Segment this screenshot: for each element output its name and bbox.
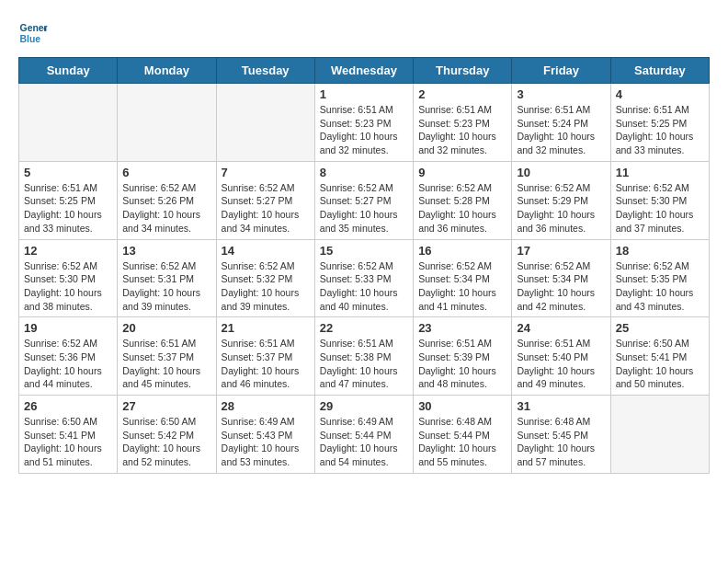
calendar-cell: 25Sunrise: 6:50 AMSunset: 5:41 PMDayligh… (610, 317, 709, 396)
calendar-cell (216, 84, 314, 162)
day-number: 18 (616, 244, 704, 258)
calendar-cell: 10Sunrise: 6:52 AMSunset: 5:29 PMDayligh… (512, 161, 610, 239)
svg-text:General: General (20, 23, 48, 33)
day-info: Sunrise: 6:51 AMSunset: 5:40 PMDaylight:… (517, 337, 605, 391)
day-number: 21 (222, 321, 310, 335)
calendar-cell: 3Sunrise: 6:51 AMSunset: 5:24 PMDaylight… (512, 84, 610, 162)
calendar-cell: 22Sunrise: 6:51 AMSunset: 5:38 PMDayligh… (314, 317, 413, 396)
day-number: 8 (320, 166, 408, 179)
calendar-cell: 7Sunrise: 6:52 AMSunset: 5:27 PMDaylight… (216, 161, 314, 239)
day-number: 25 (616, 321, 704, 335)
calendar-cell: 18Sunrise: 6:52 AMSunset: 5:35 PMDayligh… (610, 239, 709, 317)
calendar-cell: 16Sunrise: 6:52 AMSunset: 5:34 PMDayligh… (414, 239, 512, 317)
calendar-cell: 27Sunrise: 6:50 AMSunset: 5:42 PMDayligh… (118, 396, 216, 474)
weekday-header-wednesday: Wednesday (314, 58, 413, 84)
calendar-week-2: 5Sunrise: 6:51 AMSunset: 5:25 PMDaylight… (19, 161, 710, 239)
calendar-cell: 2Sunrise: 6:51 AMSunset: 5:23 PMDaylight… (414, 84, 512, 162)
weekday-header-saturday: Saturday (610, 58, 709, 84)
day-number: 24 (517, 321, 605, 335)
day-info: Sunrise: 6:51 AMSunset: 5:23 PMDaylight:… (418, 103, 506, 157)
calendar-cell: 21Sunrise: 6:51 AMSunset: 5:37 PMDayligh… (216, 317, 314, 396)
day-info: Sunrise: 6:52 AMSunset: 5:27 PMDaylight:… (222, 181, 310, 236)
weekday-header-sunday: Sunday (19, 58, 118, 84)
calendar-cell: 29Sunrise: 6:49 AMSunset: 5:44 PMDayligh… (314, 396, 413, 474)
svg-text:Blue: Blue (20, 34, 41, 44)
day-info: Sunrise: 6:52 AMSunset: 5:30 PMDaylight:… (616, 181, 704, 236)
weekday-header-row: SundayMondayTuesdayWednesdayThursdayFrid… (19, 58, 710, 84)
day-info: Sunrise: 6:52 AMSunset: 5:35 PMDaylight:… (616, 259, 704, 314)
day-info: Sunrise: 6:51 AMSunset: 5:25 PMDaylight:… (616, 103, 704, 157)
day-number: 13 (122, 244, 210, 258)
day-info: Sunrise: 6:51 AMSunset: 5:38 PMDaylight:… (320, 337, 408, 391)
day-info: Sunrise: 6:49 AMSunset: 5:44 PMDaylight:… (320, 415, 408, 469)
calendar-cell (19, 84, 118, 162)
day-info: Sunrise: 6:52 AMSunset: 5:34 PMDaylight:… (418, 259, 506, 314)
day-info: Sunrise: 6:52 AMSunset: 5:26 PMDaylight:… (122, 181, 210, 236)
calendar-cell: 30Sunrise: 6:48 AMSunset: 5:44 PMDayligh… (414, 396, 512, 474)
day-info: Sunrise: 6:51 AMSunset: 5:25 PMDaylight:… (24, 181, 112, 236)
day-info: Sunrise: 6:50 AMSunset: 5:41 PMDaylight:… (24, 415, 112, 469)
calendar-cell: 5Sunrise: 6:51 AMSunset: 5:25 PMDaylight… (19, 161, 118, 239)
calendar-cell: 14Sunrise: 6:52 AMSunset: 5:32 PMDayligh… (216, 239, 314, 317)
calendar-cell: 15Sunrise: 6:52 AMSunset: 5:33 PMDayligh… (314, 239, 413, 317)
calendar-cell: 28Sunrise: 6:49 AMSunset: 5:43 PMDayligh… (216, 396, 314, 474)
day-info: Sunrise: 6:51 AMSunset: 5:37 PMDaylight:… (122, 337, 210, 391)
calendar-cell: 26Sunrise: 6:50 AMSunset: 5:41 PMDayligh… (19, 396, 118, 474)
day-info: Sunrise: 6:52 AMSunset: 5:34 PMDaylight:… (517, 259, 605, 314)
calendar-cell: 24Sunrise: 6:51 AMSunset: 5:40 PMDayligh… (512, 317, 610, 396)
calendar-week-4: 19Sunrise: 6:52 AMSunset: 5:36 PMDayligh… (19, 317, 710, 396)
weekday-header-thursday: Thursday (414, 58, 512, 84)
day-number: 9 (418, 166, 506, 179)
day-number: 28 (222, 399, 310, 413)
weekday-header-tuesday: Tuesday (216, 58, 314, 84)
day-info: Sunrise: 6:52 AMSunset: 5:36 PMDaylight:… (24, 337, 112, 391)
day-number: 11 (616, 166, 704, 179)
calendar-week-1: 1Sunrise: 6:51 AMSunset: 5:23 PMDaylight… (19, 84, 710, 162)
day-number: 1 (320, 87, 408, 101)
day-info: Sunrise: 6:51 AMSunset: 5:23 PMDaylight:… (320, 103, 408, 157)
day-number: 17 (517, 244, 605, 258)
day-number: 10 (517, 166, 605, 179)
day-number: 20 (122, 321, 210, 335)
calendar-cell: 12Sunrise: 6:52 AMSunset: 5:30 PMDayligh… (19, 239, 118, 317)
day-number: 14 (222, 244, 310, 258)
day-number: 15 (320, 244, 408, 258)
calendar-cell: 17Sunrise: 6:52 AMSunset: 5:34 PMDayligh… (512, 239, 610, 317)
day-number: 22 (320, 321, 408, 335)
calendar-cell: 4Sunrise: 6:51 AMSunset: 5:25 PMDaylight… (610, 84, 709, 162)
weekday-header-monday: Monday (118, 58, 216, 84)
calendar-cell: 20Sunrise: 6:51 AMSunset: 5:37 PMDayligh… (118, 317, 216, 396)
calendar-cell: 8Sunrise: 6:52 AMSunset: 5:27 PMDaylight… (314, 161, 413, 239)
day-info: Sunrise: 6:52 AMSunset: 5:30 PMDaylight:… (24, 259, 112, 314)
day-number: 30 (418, 399, 506, 413)
day-number: 19 (24, 321, 112, 335)
day-info: Sunrise: 6:49 AMSunset: 5:43 PMDaylight:… (222, 415, 310, 469)
day-info: Sunrise: 6:52 AMSunset: 5:32 PMDaylight:… (222, 259, 310, 314)
day-number: 31 (517, 399, 605, 413)
day-info: Sunrise: 6:51 AMSunset: 5:24 PMDaylight:… (517, 103, 605, 157)
page-header: General Blue (18, 18, 710, 48)
weekday-header-friday: Friday (512, 58, 610, 84)
calendar-cell: 9Sunrise: 6:52 AMSunset: 5:28 PMDaylight… (414, 161, 512, 239)
calendar-cell (610, 396, 709, 474)
logo-icon: General Blue (18, 18, 48, 48)
day-info: Sunrise: 6:50 AMSunset: 5:41 PMDaylight:… (616, 337, 704, 391)
calendar-cell: 31Sunrise: 6:48 AMSunset: 5:45 PMDayligh… (512, 396, 610, 474)
day-info: Sunrise: 6:52 AMSunset: 5:27 PMDaylight:… (320, 181, 408, 236)
logo: General Blue (18, 18, 48, 48)
day-number: 3 (517, 87, 605, 101)
calendar-table: SundayMondayTuesdayWednesdayThursdayFrid… (18, 57, 710, 474)
calendar-cell (118, 84, 216, 162)
day-number: 26 (24, 399, 112, 413)
day-info: Sunrise: 6:48 AMSunset: 5:45 PMDaylight:… (517, 415, 605, 469)
day-info: Sunrise: 6:52 AMSunset: 5:28 PMDaylight:… (418, 181, 506, 236)
day-number: 29 (320, 399, 408, 413)
day-number: 4 (616, 87, 704, 101)
day-info: Sunrise: 6:50 AMSunset: 5:42 PMDaylight:… (122, 415, 210, 469)
calendar-cell: 1Sunrise: 6:51 AMSunset: 5:23 PMDaylight… (314, 84, 413, 162)
day-info: Sunrise: 6:52 AMSunset: 5:29 PMDaylight:… (517, 181, 605, 236)
day-number: 16 (418, 244, 506, 258)
day-info: Sunrise: 6:52 AMSunset: 5:33 PMDaylight:… (320, 259, 408, 314)
calendar-week-5: 26Sunrise: 6:50 AMSunset: 5:41 PMDayligh… (19, 396, 710, 474)
calendar-cell: 11Sunrise: 6:52 AMSunset: 5:30 PMDayligh… (610, 161, 709, 239)
